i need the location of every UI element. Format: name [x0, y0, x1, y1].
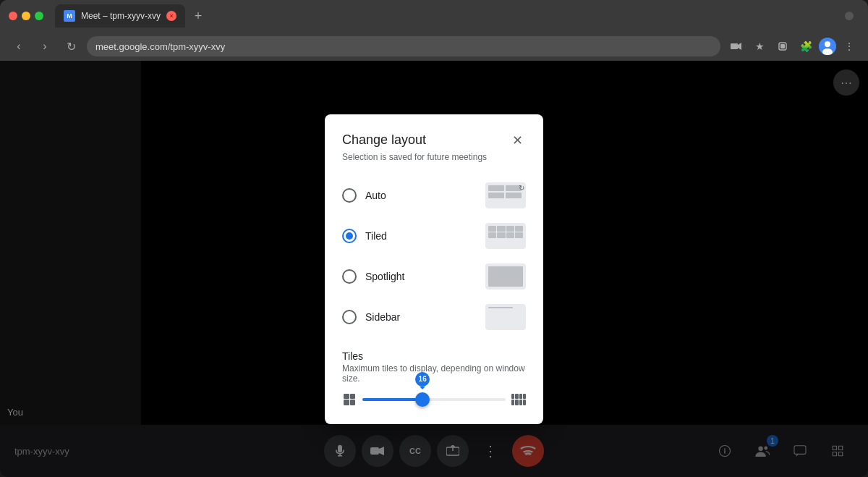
modal-title: Change layout	[342, 132, 426, 148]
tab-favicon: M	[64, 10, 75, 22]
layout-icon-sidebar	[485, 304, 526, 330]
auto-arrows: ↻	[519, 184, 524, 192]
radio-sidebar[interactable]	[342, 310, 357, 324]
url-text: meet.google.com/tpm-xyyv-xvy	[95, 41, 225, 52]
modal-close-button[interactable]: ✕	[509, 132, 526, 149]
layout-label-spotlight: Spotlight	[365, 271, 404, 282]
camera-toolbar-icon[interactable]	[726, 36, 746, 56]
tiles-desc: Maximum tiles to display, depending on w…	[342, 363, 526, 384]
active-tab[interactable]: M Meet – tpm-xyyv-xvy ×	[55, 4, 185, 28]
minimize-button[interactable]	[22, 12, 30, 20]
slider-value-tooltip: 16	[415, 372, 430, 387]
radio-spotlight[interactable]	[342, 269, 357, 284]
layout-label-tiled: Tiled	[365, 230, 387, 242]
content-area: You ⋯ Change layout ✕ Selection is saved…	[0, 61, 868, 477]
modal-header: Change layout ✕	[342, 132, 526, 149]
chrome-menu-icon[interactable]: ⋮	[839, 36, 859, 56]
layout-icon-auto: ↻	[485, 182, 526, 208]
tiles-title: Tiles	[342, 350, 526, 362]
layout-option-spotlight[interactable]: Spotlight	[342, 258, 526, 295]
tab-bar: M Meet – tpm-xyyv-xvy × +	[55, 4, 833, 28]
maximize-button[interactable]	[35, 12, 43, 20]
bookmark-icon[interactable]: ★	[749, 36, 770, 56]
tiles-slider-thumb[interactable]: 16	[415, 392, 430, 407]
profile-avatar[interactable]	[819, 38, 836, 55]
modal-overlay: Change layout ✕ Selection is saved for f…	[0, 61, 868, 477]
slider-fill	[362, 398, 422, 401]
tiles-slider-track: 16	[362, 398, 506, 401]
close-button[interactable]	[9, 12, 17, 20]
forward-button[interactable]: ›	[35, 36, 55, 56]
svg-rect-4	[780, 44, 785, 48]
new-tab-button[interactable]: +	[188, 6, 208, 26]
toolbar-icons: ★ 🧩 ⋮	[726, 36, 859, 56]
layout-label-auto: Auto	[365, 190, 386, 201]
tab-close-button[interactable]: ×	[166, 11, 176, 21]
grid-large-icon	[511, 392, 526, 407]
address-bar: ‹ › ↻ meet.google.com/tpm-xyyv-xvy ★ 🧩 ⋮	[0, 32, 868, 61]
radio-tiled[interactable]	[342, 229, 357, 243]
layout-icon-tiled	[485, 223, 526, 249]
radio-auto[interactable]	[342, 188, 357, 203]
svg-point-6	[825, 41, 830, 47]
back-button[interactable]: ‹	[9, 36, 29, 56]
layout-options: Auto	[342, 177, 526, 336]
reload-button[interactable]: ↻	[61, 36, 81, 56]
url-bar[interactable]: meet.google.com/tpm-xyyv-xvy	[87, 36, 720, 56]
slider-container: 16	[342, 392, 526, 407]
puzzle-icon[interactable]: 🧩	[796, 36, 816, 56]
svg-marker-2	[738, 43, 741, 50]
layout-option-tiled[interactable]: Tiled	[342, 217, 526, 255]
svg-point-0	[845, 12, 854, 20]
browser-frame: M Meet – tpm-xyyv-xvy × + ‹ › ↻ meet.goo…	[0, 0, 868, 477]
extension-icon[interactable]	[773, 36, 793, 56]
browser-menu-icon[interactable]	[839, 6, 859, 26]
tiles-section: Tiles Maximum tiles to display, dependin…	[342, 350, 526, 407]
modal-subtitle: Selection is saved for future meetings	[342, 152, 526, 162]
change-layout-modal: Change layout ✕ Selection is saved for f…	[325, 114, 543, 424]
title-bar: M Meet – tpm-xyyv-xvy × +	[0, 0, 868, 32]
svg-rect-1	[731, 43, 738, 49]
layout-label-sidebar: Sidebar	[365, 311, 400, 323]
tab-title: Meet – tpm-xyyv-xvy	[81, 11, 161, 21]
layout-option-auto[interactable]: Auto	[342, 177, 526, 214]
layout-option-sidebar[interactable]: Sidebar	[342, 298, 526, 336]
grid-small-icon	[342, 392, 357, 407]
radio-tiled-inner	[346, 232, 353, 240]
layout-icon-spotlight	[485, 263, 526, 290]
traffic-lights	[9, 12, 43, 20]
